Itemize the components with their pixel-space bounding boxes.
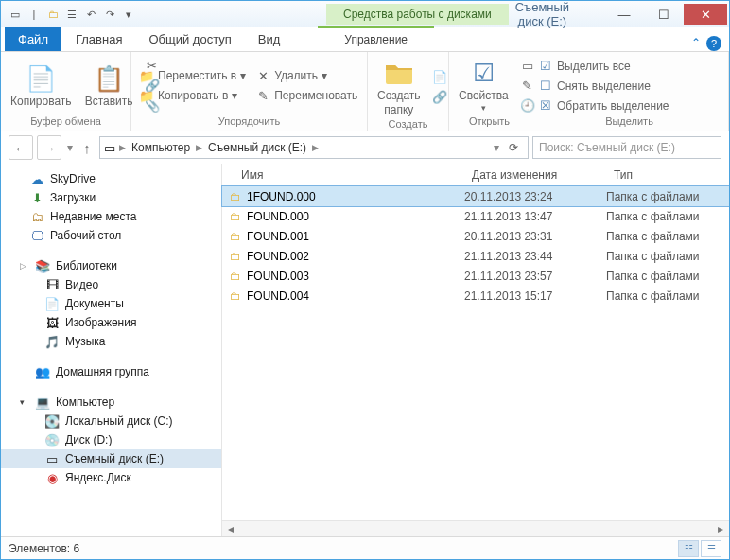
nav-desktop[interactable]: 🖵Рабочий стол — [1, 226, 221, 245]
breadcrumb-current[interactable]: Съемный диск (E:) — [206, 141, 308, 154]
maximize-button[interactable]: ☐ — [644, 4, 684, 25]
nav-computer[interactable]: ▾💻Компьютер — [1, 393, 221, 411]
group-label-organize: Упорядочить — [137, 115, 361, 129]
file-type: Папка с файлами — [606, 230, 729, 243]
nav-yandex-disk[interactable]: ◉Яндекс.Диск — [1, 468, 221, 487]
rename-button[interactable]: ✎Переименовать — [253, 87, 359, 104]
address-bar[interactable]: ▭ ▶ Компьютер ▶ Съемный диск (E:) ▶ ▾ ⟳ — [99, 136, 529, 159]
nav-pictures[interactable]: 🖼Изображения — [1, 313, 221, 332]
nav-local-c[interactable]: 💽Локальный диск (C:) — [1, 411, 221, 430]
props-qat-icon[interactable]: ☰ — [63, 6, 80, 23]
item-count: Элементов: 6 — [9, 542, 79, 555]
file-name: FOUND.004 — [247, 289, 464, 303]
moveto-button[interactable]: 📁Переместить в ▾ — [137, 67, 248, 84]
chevron-right-icon[interactable]: ▶ — [312, 143, 319, 152]
icons-view-button[interactable]: ☰ — [701, 540, 721, 557]
context-tab-label: Средства работы с дисками — [326, 4, 509, 25]
file-date: 21.11.2013 13:47 — [464, 210, 606, 223]
ribbon-group-organize: 📁Переместить в ▾ 📁Копировать в ▾ ✕Удалит… — [131, 52, 368, 131]
search-input[interactable]: Поиск: Съемный диск (E:) — [532, 136, 721, 159]
refresh-button[interactable]: ⟳ — [503, 141, 524, 154]
nav-videos[interactable]: 🎞Видео — [1, 275, 221, 294]
scroll-right-icon[interactable]: ▸ — [712, 522, 729, 535]
file-name: 1FOUND.000 — [247, 190, 464, 203]
ribbon-collapse-icon[interactable]: ⌃ — [691, 36, 701, 51]
minimize-button[interactable]: — — [604, 4, 644, 25]
scroll-left-icon[interactable]: ◂ — [222, 522, 239, 535]
file-row[interactable]: 🗀1FOUND.00020.11.2013 23:24Папка с файла… — [222, 186, 729, 206]
ribbon-group-select: ☑Выделить все ☐Снять выделение ☒Обратить… — [530, 52, 729, 131]
file-row[interactable]: 🗀FOUND.00021.11.2013 13:47Папка с файлам… — [222, 206, 729, 226]
tab-manage[interactable]: Управление — [318, 26, 434, 51]
address-dropdown-icon[interactable]: ▾ — [494, 141, 499, 154]
sep-icon: | — [26, 6, 43, 23]
selectnone-button[interactable]: ☐Снять выделение — [536, 78, 671, 95]
back-button[interactable]: ← — [9, 135, 33, 160]
nav-homegroup[interactable]: 👥Домашняя группа — [1, 362, 221, 381]
breadcrumb-computer[interactable]: Компьютер — [130, 141, 192, 154]
content-body: ☁SkyDrive ⬇Загрузки 🗂Недавние места 🖵Раб… — [1, 164, 729, 536]
ribbon-group-clipboard: 📄Копировать 📋Вставить ✂ 🔗 📎 Буфер обмена — [1, 52, 131, 131]
ribbon-tabs: Файл Главная Общий доступ Вид Управление… — [1, 27, 729, 52]
file-name: FOUND.003 — [247, 270, 464, 283]
ribbon-group-new: Создатьпапку 📄 🔗 Создать — [368, 52, 449, 131]
chevron-right-icon[interactable]: ▶ — [196, 143, 202, 152]
recent-locations-icon[interactable]: ▾ — [65, 141, 75, 154]
nav-recent[interactable]: 🗂Недавние места — [1, 207, 221, 226]
group-label-new: Создать — [374, 118, 443, 131]
tab-share[interactable]: Общий доступ — [135, 27, 244, 51]
folder-icon: 🗀 — [230, 190, 247, 203]
redo-icon[interactable]: ↷ — [101, 6, 118, 23]
undo-icon[interactable]: ↶ — [82, 6, 99, 23]
properties-button[interactable]: ☑Свойства▾ — [455, 56, 513, 115]
column-name[interactable]: Имя — [222, 168, 464, 182]
copyto-button[interactable]: 📁Копировать в ▾ — [137, 87, 248, 104]
folder-icon: 🗀 — [230, 289, 247, 303]
tab-home[interactable]: Главная — [62, 27, 135, 51]
tab-view[interactable]: Вид — [245, 27, 294, 51]
nav-skydrive[interactable]: ☁SkyDrive — [1, 169, 221, 188]
delete-button[interactable]: ✕Удалить ▾ — [253, 67, 359, 84]
paste-button[interactable]: 📋Вставить — [81, 61, 137, 110]
folder-icon: 🗀 — [230, 250, 247, 263]
copy-button[interactable]: 📄Копировать — [7, 61, 76, 110]
nav-documents[interactable]: 📄Документы — [1, 294, 221, 313]
selectall-button[interactable]: ☑Выделить все — [536, 58, 671, 75]
file-type: Папка с файлами — [606, 270, 729, 283]
nav-disk-d[interactable]: 💿Диск (D:) — [1, 430, 221, 449]
file-row[interactable]: 🗀FOUND.00221.11.2013 23:44Папка с файлам… — [222, 246, 729, 266]
nav-music[interactable]: 🎵Музыка — [1, 332, 221, 351]
nav-downloads[interactable]: ⬇Загрузки — [1, 188, 221, 207]
nav-removable-e[interactable]: ▭Съемный диск (E:) — [1, 449, 221, 468]
file-type: Папка с файлами — [606, 190, 729, 203]
file-list: Имя Дата изменения Тип 🗀1FOUND.00020.11.… — [222, 164, 729, 536]
column-date[interactable]: Дата изменения — [464, 168, 606, 182]
horizontal-scrollbar[interactable]: ◂ ▸ — [222, 520, 729, 536]
easyaccess-small-button[interactable]: 🔗 — [430, 89, 449, 106]
column-type[interactable]: Тип — [606, 168, 729, 182]
group-label-select: Выделить — [536, 115, 722, 129]
file-type: Папка с файлами — [606, 210, 729, 223]
file-row[interactable]: 🗀FOUND.00321.11.2013 23:57Папка с файлам… — [222, 266, 729, 286]
file-row[interactable]: 🗀FOUND.00421.11.2013 15:17Папка с файлам… — [222, 286, 729, 306]
invertselect-button[interactable]: ☒Обратить выделение — [536, 97, 671, 114]
folder-icon: 🗀 — [230, 270, 247, 283]
up-button[interactable]: ↑ — [78, 135, 96, 160]
close-button[interactable]: ✕ — [684, 4, 727, 25]
forward-button[interactable]: → — [37, 135, 61, 160]
chevron-right-icon[interactable]: ▶ — [119, 143, 126, 152]
file-type: Папка с файлами — [606, 289, 729, 303]
file-name: FOUND.002 — [247, 250, 464, 263]
folder-qat-icon[interactable]: 🗀 — [44, 6, 61, 23]
qat-dropdown-icon[interactable]: ▾ — [120, 6, 137, 23]
file-row[interactable]: 🗀FOUND.00120.11.2013 23:31Папка с файлам… — [222, 226, 729, 246]
help-icon[interactable]: ? — [706, 36, 721, 51]
newitem-small-button[interactable]: 📄 — [430, 69, 449, 86]
details-view-button[interactable]: ☷ — [678, 540, 699, 557]
file-type: Папка с файлами — [606, 250, 729, 263]
tab-file[interactable]: Файл — [5, 27, 61, 51]
navigation-pane[interactable]: ☁SkyDrive ⬇Загрузки 🗂Недавние места 🖵Раб… — [1, 164, 222, 536]
app-icon: ▭ — [7, 6, 24, 23]
nav-libraries[interactable]: ▷📚Библиотеки — [1, 256, 221, 275]
newfolder-button[interactable]: Создатьпапку — [374, 56, 425, 118]
